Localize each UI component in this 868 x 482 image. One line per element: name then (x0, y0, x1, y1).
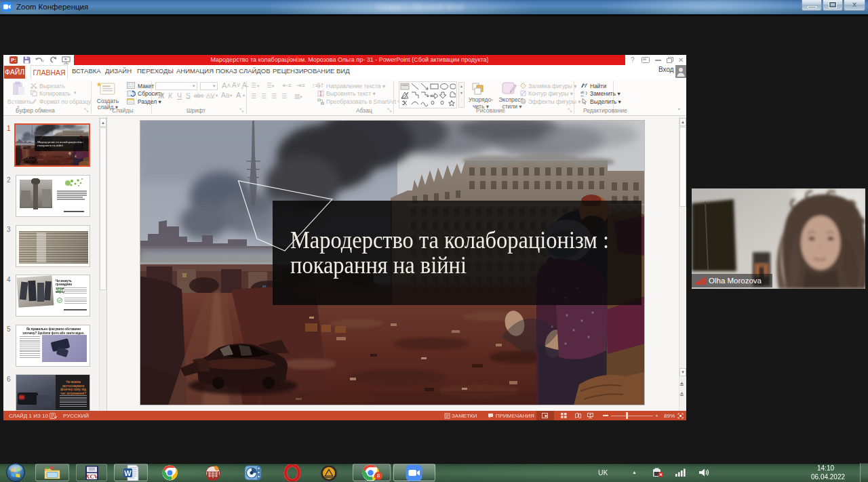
svg-text:покарання на війні: покарання на війні (290, 252, 467, 279)
svg-text:ac: ac (580, 94, 585, 97)
svg-text:Мародерство та колабораціонізм: Мародерство та колабораціонізм : (290, 227, 609, 254)
svg-text:W: W (124, 469, 132, 477)
svg-text:XCV: XCV (85, 473, 98, 480)
